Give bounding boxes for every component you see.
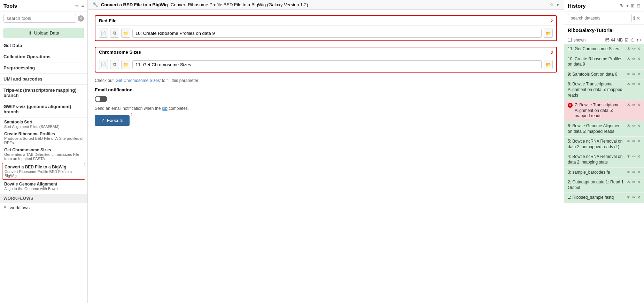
chevron-down-icon[interactable]: ▾ xyxy=(557,2,559,7)
tool-convert-bed-bigwig[interactable]: Convert a BED File to a BigWig Convert R… xyxy=(2,163,85,180)
edit-icon-1[interactable]: ✏ xyxy=(632,195,636,200)
history-item-text-11: 11: Get Chromosome Sizes xyxy=(568,46,624,52)
bed-file-icon-btn-2[interactable]: ⧉ xyxy=(110,29,119,38)
chrom-icon-btn-2[interactable]: ⧉ xyxy=(110,60,119,69)
history-shown: 11 shown xyxy=(568,38,585,43)
edit-icon-11[interactable]: ✏ xyxy=(632,46,636,51)
delete-icon-6[interactable]: ✕ xyxy=(637,123,641,128)
delete-icon-3[interactable]: ✕ xyxy=(637,170,641,175)
divider-2 xyxy=(0,62,87,62)
tool-bowtie-genome-alignment[interactable]: Bowtie Genome Alignment Align to the Gen… xyxy=(0,180,87,192)
delete-icon-10[interactable]: ✕ xyxy=(637,56,641,61)
edit-icon-8[interactable]: ✏ xyxy=(632,82,636,86)
history-item-icons-8: 👁 ✏ ✕ xyxy=(627,82,641,86)
history-item-icons-5: 👁 ✏ ✕ xyxy=(627,139,641,144)
meta-share-icon[interactable]: ⬡ xyxy=(631,38,634,43)
execute-button[interactable]: ✓ Execute xyxy=(95,115,130,126)
history-header: History ↻ + ⊞ ⊟ xyxy=(564,0,644,12)
bed-file-body: 📄 ⧉ 📁 10: Create Ribosome Profiles on da… xyxy=(95,26,556,40)
tool-get-chromosome-sizes[interactable]: Get Chromosome Sizes Generates a TAB Del… xyxy=(0,146,87,162)
edit-icon-6[interactable]: ✏ xyxy=(632,123,636,128)
eye-icon-5[interactable]: 👁 xyxy=(627,139,631,144)
chrom-icon-btn-1[interactable]: 📄 xyxy=(99,60,108,69)
bed-file-browse-btn[interactable]: 📂 xyxy=(544,29,553,38)
eye-icon-2[interactable]: 👁 xyxy=(627,180,631,184)
delete-icon-2[interactable]: ✕ xyxy=(637,180,641,184)
execute-badge: 4 xyxy=(130,113,132,117)
tool-samtools-sort[interactable]: Samtools Sort Sort Alignment Files (SAM/… xyxy=(0,118,87,130)
eye-icon-4[interactable]: 👁 xyxy=(627,154,631,159)
eye-icon-1[interactable]: 👁 xyxy=(627,195,631,200)
hint-link[interactable]: Get Chromosome Sizes xyxy=(116,78,160,83)
execute-label: Execute xyxy=(107,118,123,123)
delete-icon-11[interactable]: ✕ xyxy=(637,46,641,51)
upload-data-button[interactable]: ⬆ Upload Data xyxy=(3,28,84,38)
toolbar-right: ☆ ▾ xyxy=(550,2,559,7)
delete-icon-7[interactable]: ✕ xyxy=(637,103,641,107)
sidebar-item-preprocessing[interactable]: Preprocessing xyxy=(0,63,87,73)
history-search-clear[interactable]: ✕ xyxy=(636,15,641,21)
eye-icon-9[interactable]: 👁 xyxy=(627,72,631,77)
tool-convert-bed-bigwig-wrapper: Convert a BED File to a BigWig Convert R… xyxy=(0,162,87,180)
upload-icon: ⬆ xyxy=(28,30,32,36)
chrom-select-wrapper: 11: Get Chromosome Sizes xyxy=(132,60,542,69)
history-item-text-9: 9: Samtools Sort on data 6 xyxy=(568,72,624,77)
eye-icon-6[interactable]: 👁 xyxy=(627,123,631,128)
history-item-text-6: 6: Bowtie Genome Alignment on data 5: ma… xyxy=(568,123,624,134)
chromosome-label: Chromosome Sizes xyxy=(99,50,141,55)
eye-icon-11[interactable]: 👁 xyxy=(627,46,631,51)
eye-icon-7[interactable]: 👁 xyxy=(627,103,631,107)
hint-text: Check out 'Get Chromosome Sizes' to fill… xyxy=(95,78,557,83)
edit-icon-5[interactable]: ✏ xyxy=(632,139,636,144)
search-clear-button[interactable]: ✕ xyxy=(78,15,84,22)
grid-icon[interactable]: ⊞ xyxy=(631,3,635,8)
bed-file-icon-btn-3[interactable]: 📁 xyxy=(121,29,130,38)
edit-icon-4[interactable]: ✏ xyxy=(632,154,636,159)
search-input[interactable] xyxy=(3,14,76,23)
chrom-select[interactable]: 11: Get Chromosome Sizes xyxy=(132,60,542,69)
history-item-1: 1: Riboseq_sample.fastq 👁 ✏ ✕ xyxy=(564,193,644,203)
edit-icon-3[interactable]: ✏ xyxy=(632,170,636,175)
eye-icon-8[interactable]: 👁 xyxy=(627,82,631,86)
edit-icon-7[interactable]: ✏ xyxy=(632,103,636,107)
delete-icon-1[interactable]: ✕ xyxy=(637,195,641,200)
delete-icon-9[interactable]: ✕ xyxy=(637,72,641,77)
star-tool-icon[interactable]: ☆ xyxy=(550,2,554,7)
star-icon[interactable]: ☆ xyxy=(75,3,79,8)
history-item-icons-4: 👁 ✏ ✕ xyxy=(627,154,641,159)
eye-icon-3[interactable]: 👁 xyxy=(627,170,631,175)
email-toggle[interactable] xyxy=(95,96,107,102)
meta-tag-icon[interactable]: 🏷 xyxy=(636,38,641,43)
edit-icon-9[interactable]: ✏ xyxy=(632,72,636,77)
history-search-input[interactable] xyxy=(568,14,632,22)
sidebar-item-gwips-viz[interactable]: GWIPs-viz (genomic alignment) branch xyxy=(0,102,87,116)
sidebar-item-umi-barcodes[interactable]: UMI and barcodes xyxy=(0,74,87,84)
sidebar-item-get-data[interactable]: Get Data xyxy=(0,41,87,50)
sidebar-item-all-workflows[interactable]: All workflows xyxy=(0,203,87,212)
history-item-icons-11: 👁 ✏ ✕ xyxy=(627,46,641,51)
edit-icon-2[interactable]: ✏ xyxy=(632,180,636,184)
refresh-icon[interactable]: ↻ xyxy=(620,3,624,8)
meta-check-icon[interactable]: ☑ xyxy=(625,38,629,43)
chrom-browse-btn[interactable]: 📂 xyxy=(544,60,553,69)
delete-icon-4[interactable]: ✕ xyxy=(637,154,641,159)
chrom-icon-btn-3[interactable]: 📁 xyxy=(121,60,130,69)
divider-5 xyxy=(0,101,87,101)
sidebar-item-trips-viz[interactable]: Trips-viz (transcriptome mapping) branch xyxy=(0,85,87,100)
tool-create-ribosome-profiles[interactable]: Create Ribosome Profiles Produce a Sorte… xyxy=(0,130,87,146)
history-item-7: ✕ 7: Bowtie Transcriptome Alignment on d… xyxy=(564,100,644,121)
delete-icon-5[interactable]: ✕ xyxy=(637,139,641,144)
sidebar-item-collection-operations[interactable]: Collection Operations xyxy=(0,52,87,61)
eye-icon-10[interactable]: 👁 xyxy=(627,56,631,61)
delete-icon-8[interactable]: ✕ xyxy=(637,82,641,86)
edit-icon-10[interactable]: ✏ xyxy=(632,56,636,61)
bed-file-icon-btn-1[interactable]: 📄 xyxy=(99,29,108,38)
settings-icon[interactable]: ⊟ xyxy=(637,3,641,8)
email-job-link[interactable]: job xyxy=(162,106,168,111)
add-icon[interactable]: + xyxy=(626,3,629,8)
history-meta: 11 shown 65.44 MB ☑ ⬡ 🏷 xyxy=(564,36,644,44)
history-meta-icons: 65.44 MB ☑ ⬡ 🏷 xyxy=(605,38,641,43)
bed-file-select[interactable]: 10: Create Ribosome Profiles on data 9 xyxy=(132,29,542,38)
bed-file-label: Bed File xyxy=(99,18,117,23)
menu-icon[interactable]: ≡ xyxy=(81,3,84,8)
